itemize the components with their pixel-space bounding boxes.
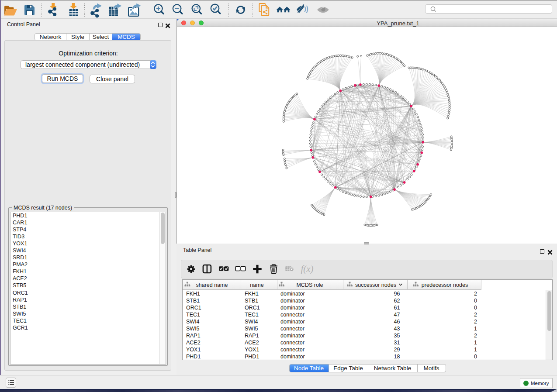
svg-text:f(x): f(x) — [301, 264, 313, 274]
